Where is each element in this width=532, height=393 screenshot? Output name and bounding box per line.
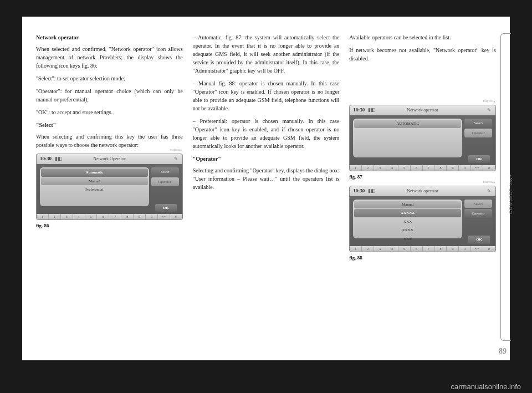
option-list: AUTOMATIC [353,119,462,157]
operator-button[interactable]: Operator [464,209,492,218]
spacer [349,67,496,100]
ok-button[interactable]: OK [155,204,177,212]
manual-page: Network operator When selected and confi… [22,17,510,360]
keypad-key[interactable]: 4 [386,165,398,171]
keypad-key[interactable]: 8 [121,214,134,220]
clock: 10:30 [353,187,365,195]
option-manual[interactable]: Manual [41,177,148,186]
keypad-key[interactable]: 5 [398,165,411,171]
keypad-key[interactable]: 2 [49,214,61,220]
operator-button[interactable]: Operator [464,129,492,137]
figure-label: fig. 87 [349,173,496,181]
ok-button[interactable]: OK [468,155,490,164]
keypad-key[interactable]: */+ [471,246,483,252]
keypad-key[interactable]: 8 [435,165,447,171]
keypad-key[interactable]: 9 [447,246,459,252]
keypad-key[interactable]: 5 [85,214,98,220]
keypad-key[interactable]: 9 [134,214,146,220]
keypad-row: 1 2 3 4 5 6 7 8 9 0 */+ # [350,165,495,171]
paragraph: If network becomes not available, "Netwo… [349,46,496,63]
option-automatic[interactable]: Automatic [41,169,148,177]
screen-body: AUTOMATIC Select Operator [350,115,495,161]
clock: 10:30 [40,155,52,163]
keypad-key[interactable]: 0 [146,214,158,220]
image-code: F0Q3234g [483,180,495,185]
keypad-key[interactable]: # [483,165,495,171]
select-button[interactable]: Select [151,167,179,176]
keypad-key[interactable]: 8 [435,246,447,252]
keypad-key[interactable]: 4 [73,214,85,220]
paragraph: "Operator": for manual operator choice (… [36,87,183,104]
image-code: F0Q3232g [170,148,181,152]
figure-87: 10:30 ▮◧ Network operator ✎ AUTOMATIC Se… [349,105,496,171]
keypad-key[interactable]: 1 [350,246,362,252]
screen-header: 10:30 ▮◧ Network operator ✎ [350,186,495,196]
keypad-key[interactable]: 5 [398,246,411,252]
edit-icon: ✎ [487,107,491,114]
section-heading: Network operator [36,33,183,42]
option-automatic[interactable]: AUTOMATIC [354,120,461,128]
side-buttons: Select Operator [464,119,492,157]
keypad-key[interactable]: 0 [459,246,471,252]
screen-body: Automatic Manual Preferential Select Ope… [37,164,182,210]
figure-86-wrap: F0Q3232g 10:30 ▮◧ Network Operator ✎ Aut… [36,154,183,220]
keypad-key[interactable]: 3 [374,165,386,171]
keypad-key[interactable]: 2 [362,246,374,252]
keypad-key[interactable]: 0 [459,165,471,171]
column-1: Network operator When selected and confi… [36,33,183,352]
keypad-key[interactable]: 3 [374,246,386,252]
ok-button[interactable]: OK [468,236,490,244]
select-button[interactable]: Select [464,119,492,127]
keypad-key[interactable]: 2 [362,165,374,171]
keypad-key[interactable]: # [170,214,182,220]
keypad-key[interactable]: 4 [386,246,398,252]
keypad-key[interactable]: */+ [158,214,170,220]
paragraph: Selecting and confirming "Operator" key,… [193,166,340,191]
option-list: Automatic Manual Preferential [40,167,149,206]
operator-item[interactable]: XXX [354,235,461,243]
figure-86: 10:30 ▮◧ Network Operator ✎ Automatic Ma… [36,154,183,220]
keypad-key[interactable]: 6 [97,214,109,220]
phone-signal-icon: ▮◧ [55,155,63,163]
keypad-key[interactable]: 3 [61,214,73,220]
option-manual[interactable]: Manual [354,201,461,209]
clock: 10:30 [353,106,365,114]
operator-item[interactable]: XXX [354,218,461,226]
paragraph: "Select": to set operator selection mode… [36,74,183,83]
paragraph: When selecting and confirming this key t… [36,132,183,149]
page-number: 89 [499,347,507,356]
keypad-key[interactable]: 7 [423,165,435,171]
column-layout: Network operator When selected and confi… [36,33,496,352]
paragraph: – Manual fig. 88: operator is chosen man… [193,79,340,113]
screen-header: 10:30 ▮◧ Network operator ✎ [350,105,495,115]
keypad-key[interactable]: 7 [423,246,435,252]
keypad-key[interactable]: 7 [109,214,121,220]
option-preferential[interactable]: Preferential [41,186,148,194]
keypad-key[interactable]: 1 [350,165,362,171]
side-tab: CONNECT Nav+ [500,33,511,341]
keypad-row: 1 2 3 4 5 6 7 8 9 0 */+ # [350,246,495,252]
figure-label: fig. 86 [36,222,183,230]
subheading: "Operator" [193,155,340,163]
side-tab-label: CONNECT Nav+ [509,173,514,214]
keypad-key[interactable]: 6 [411,165,423,171]
figure-label: fig. 88 [349,254,496,262]
operator-button[interactable]: Operator [151,177,179,186]
keypad-key[interactable]: */+ [471,165,483,171]
operator-item[interactable]: XXXXX [354,209,461,217]
keypad-key[interactable]: 1 [37,214,49,220]
screen-title: Network operator [407,188,438,195]
column-2: – Automatic, fig. 87: the system will au… [193,33,340,352]
keypad-key[interactable]: 6 [411,246,423,252]
paragraph: "OK": to accept and store settings. [36,108,183,116]
keypad-key[interactable]: # [483,246,495,252]
figure-88: 10:30 ▮◧ Network operator ✎ Manual XXXXX… [349,186,496,252]
select-button[interactable]: Select [464,200,492,208]
screen-title: Network operator [407,107,438,114]
paragraph: – Automatic, fig. 87: the system will au… [193,33,340,75]
keypad-key[interactable]: 9 [447,165,459,171]
edit-icon: ✎ [487,188,491,195]
side-buttons: Select Operator [151,167,179,206]
operator-item[interactable]: XXXX [354,226,461,234]
option-list: Manual XXXXX XXX XXXX XXX [353,200,462,238]
